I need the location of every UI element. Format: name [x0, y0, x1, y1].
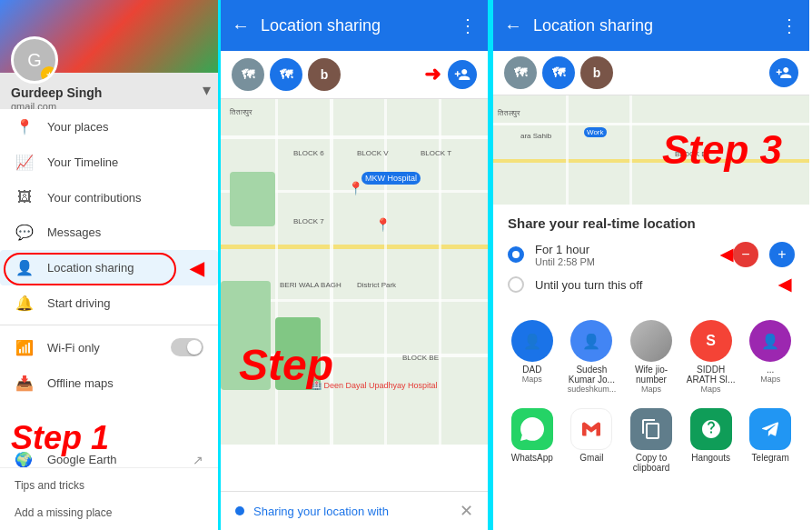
tips-tricks-link[interactable]: Tips and tricks: [0, 472, 218, 499]
contact-siddh[interactable]: S SIDDH ARATH SI... Maps: [683, 320, 739, 394]
sidebar-item-label: Your places: [47, 120, 108, 134]
sidebar-item-wifi-only[interactable]: 📶 Wi-Fi only: [0, 329, 218, 365]
map-view[interactable]: 📍 📍 तितारपुर BLOCK 6 BLOCK V BLOCK T BLO…: [221, 99, 488, 445]
close-button[interactable]: ✕: [460, 501, 473, 521]
place-icon: 📍: [15, 118, 35, 135]
arrow-indicator: ◀: [720, 245, 733, 265]
user-email: gmail.com: [11, 101, 56, 109]
decrease-time-button[interactable]: −: [733, 242, 758, 267]
dropdown-icon[interactable]: ▾: [203, 80, 211, 100]
app-name: Hangouts: [691, 453, 730, 463]
contact-wife[interactable]: Wife jio-number Maps: [623, 320, 679, 394]
more-options-button-3[interactable]: ⋮: [780, 15, 798, 36]
share-section: Share your real-time location For 1 hour…: [493, 205, 809, 313]
sidebar-item-label: Location sharing: [47, 261, 134, 275]
option-until-off-text: Until you turn this off: [535, 278, 642, 292]
app-whatsapp[interactable]: WhatsApp: [504, 408, 560, 473]
app-name: Telegram: [752, 453, 789, 463]
offline-maps-icon: 📥: [15, 375, 35, 392]
contact-name: SIDDH ARATH SI...: [684, 365, 738, 385]
panel-sidebar: G Gurdeep Singh gmail.com ▾ 📍 Your place…: [0, 0, 218, 530]
location-dot: [235, 506, 244, 515]
back-button-3[interactable]: ←: [504, 15, 522, 36]
sidebar-item-offline-maps[interactable]: 📥 Offline maps: [0, 365, 218, 401]
sidebar-item-messages[interactable]: 💬 Messages: [0, 215, 218, 250]
arrow-left-icon: ◀: [190, 257, 203, 279]
google-earth-label: Google Earth: [47, 453, 117, 466]
driving-icon: 🔔: [15, 295, 35, 312]
contact-avatar: 👤: [570, 320, 612, 362]
avatar: G: [11, 36, 58, 84]
panel3-avatar-3: b: [580, 56, 613, 89]
panel2-title: Location sharing: [261, 16, 459, 35]
gmail-icon: [570, 408, 612, 450]
sidebar-header: G Gurdeep Singh gmail.com ▾: [0, 0, 218, 109]
avatar-2: 🗺: [270, 58, 302, 91]
panel3-avatar-2: 🗺: [542, 56, 575, 89]
contact-name: ...: [767, 365, 774, 375]
share-title: Share your real-time location: [508, 215, 795, 231]
sharing-bar: Sharing your location with ✕: [221, 491, 488, 530]
option-sub: Until 2:58 PM: [535, 256, 595, 267]
sidebar-item-your-places[interactable]: 📍 Your places: [0, 109, 218, 145]
app-telegram[interactable]: Telegram: [742, 408, 798, 473]
panel-location-sharing-map: ← Location sharing ⋮ 🗺 🗺 b ➜ 📍 📍 तित: [218, 0, 490, 530]
clipboard-icon: [630, 408, 672, 450]
sidebar-item-location-sharing[interactable]: 👤 Location sharing ◀: [0, 250, 218, 285]
contact-dad[interactable]: 👤 DAD Maps: [504, 320, 560, 394]
sidebar-item-label: Messages: [47, 225, 101, 239]
divider: [0, 325, 218, 325]
contact-avatar: 👤: [749, 320, 791, 362]
contact-sub: Maps: [701, 385, 721, 394]
contact-name: Sudesh Kumar Jo...: [564, 365, 619, 385]
panel3-header: ← Location sharing ⋮: [493, 0, 809, 51]
google-earth-icon: 🌍: [15, 451, 35, 468]
sidebar-item-label: Start driving: [47, 296, 110, 310]
contact-avatar: S: [690, 320, 732, 362]
panel3-avatars-row: 🗺 🗺 b: [493, 51, 809, 95]
radio-selected-icon: [508, 246, 524, 263]
more-options-button[interactable]: ⋮: [459, 15, 477, 36]
contact-more[interactable]: 👤 ... Maps: [742, 320, 798, 394]
option-label: Until you turn this off: [535, 278, 642, 292]
whatsapp-icon: [511, 408, 553, 450]
contacts-grid: 👤 DAD Maps 👤 Sudesh Kumar Jo... sudeshku…: [493, 313, 809, 401]
contact-avatar: [630, 320, 672, 362]
panel2-header: ← Location sharing ⋮: [221, 0, 488, 51]
wifi-label: Wi-Fi only: [47, 341, 100, 355]
app-gmail[interactable]: Gmail: [564, 408, 620, 473]
time-controls: ◀ − +: [713, 242, 795, 267]
option-until-off[interactable]: Until you turn this off ◀: [508, 276, 795, 293]
add-person-button[interactable]: [448, 60, 477, 89]
contact-name: Wife jio-number: [624, 365, 678, 385]
wifi-icon: 📶: [15, 339, 35, 356]
external-icon: ↗: [193, 453, 203, 467]
avatar-3: b: [308, 58, 341, 91]
option-one-hour-text: For 1 hour Until 2:58 PM: [535, 243, 595, 267]
app-name: Gmail: [579, 453, 603, 463]
avatar-1: 🗺: [232, 58, 264, 91]
app-hangouts[interactable]: Hangouts: [683, 408, 739, 473]
contributions-icon: 🖼: [15, 189, 35, 205]
hangouts-icon: [690, 408, 732, 450]
contact-sub: Maps: [641, 385, 661, 394]
panel3-map: तितलपुर Work BLOCK D ara Sahib Step 3: [493, 95, 809, 205]
contact-avatar: 👤: [511, 320, 553, 362]
panel3-add-person-button[interactable]: [769, 58, 798, 87]
sidebar-item-label: Your Timeline: [47, 155, 118, 169]
app-copy-clipboard[interactable]: Copy to clipboard: [623, 408, 679, 473]
sidebar-item-your-contributions[interactable]: 🖼 Your contributions: [0, 180, 218, 215]
option-one-hour[interactable]: For 1 hour Until 2:58 PM ◀ − +: [508, 242, 795, 267]
wifi-toggle[interactable]: [171, 338, 203, 356]
user-name: Gurdeep Singh: [11, 85, 102, 100]
add-missing-place-link[interactable]: Add a missing place: [0, 499, 218, 526]
panel-share-realtime: ← Location sharing ⋮ 🗺 🗺 b तितलपुर Work …: [490, 0, 809, 530]
sidebar-item-your-timeline[interactable]: 📈 Your Timeline: [0, 145, 218, 180]
increase-time-button[interactable]: +: [769, 242, 795, 267]
contact-sudesh[interactable]: 👤 Sudesh Kumar Jo... sudeshkum...: [564, 320, 620, 394]
apps-grid: WhatsApp Gmail Copy to clipboard Hangout…: [493, 401, 809, 480]
sidebar-item-start-driving[interactable]: 🔔 Start driving: [0, 285, 218, 321]
back-button[interactable]: ←: [232, 15, 250, 36]
panel3-avatar-1: 🗺: [504, 56, 537, 89]
sidebar-item-label: Your contributions: [47, 191, 142, 205]
